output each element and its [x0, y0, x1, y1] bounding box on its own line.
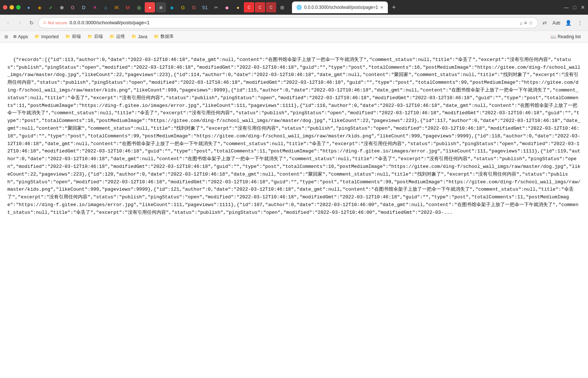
db-folder-icon: 📁	[154, 34, 159, 39]
ext-icon-16[interactable]: G	[189, 2, 199, 12]
ext-icon-23[interactable]: C	[266, 2, 276, 12]
bookmarks-java[interactable]: 📁 Java	[129, 33, 150, 40]
ext-icon-4[interactable]: ⊕	[57, 2, 67, 12]
warning-icon: ⚠	[43, 20, 47, 25]
navbar: ‹ › ↻ ⚠ Not secure 0.0.0.0:3000/schoolwa…	[0, 15, 588, 31]
nav-right-controls: ⇄ Aæ 👤 ⋮	[540, 18, 585, 28]
url-actions: ⌕ ≡ ☆	[520, 20, 533, 26]
ext-icon-9[interactable]: IK	[112, 2, 122, 12]
forward-button[interactable]: ›	[15, 18, 25, 28]
java-label: Java	[138, 34, 147, 39]
reading-list-label: Reading list	[558, 34, 581, 39]
ext-icon-14[interactable]: ◈	[167, 2, 177, 12]
ext-icon-3[interactable]: ✓	[46, 2, 56, 12]
ext-icon-13[interactable]: ⊞	[156, 2, 166, 12]
restore-button[interactable]: □	[573, 4, 576, 10]
close-button[interactable]: ✕	[581, 4, 585, 10]
backend-folder-icon: 📁	[87, 34, 93, 39]
bookmarks-db[interactable]: 📁 数据库	[151, 33, 177, 40]
maximize-dot[interactable]	[16, 5, 21, 10]
reader-view-icon[interactable]: ≡	[524, 20, 527, 26]
new-tab-button[interactable]: +	[389, 2, 399, 12]
ext-icon-20[interactable]: ●	[233, 2, 243, 12]
tab-favicon: 🌐	[296, 5, 302, 10]
toolbar-icons: ● ◈ ✓ ⊕ G D ✕ ⌂ IK M ◎ ● ⊞ ◈ G G 51 ✂ ◆ …	[24, 2, 291, 12]
reload-button[interactable]: ↻	[26, 18, 37, 28]
ops-folder-icon: 📁	[109, 34, 115, 39]
tab-title: 0.0.0.0:3000/schoolwall/posts/page=1	[304, 5, 378, 10]
bookmarks-backend[interactable]: 📁 后端	[84, 33, 106, 40]
imported-folder-icon: 📁	[35, 34, 40, 39]
java-folder-icon: 📁	[131, 34, 137, 39]
ext-icon-18[interactable]: ✂	[211, 2, 221, 12]
reading-list-button[interactable]: 📖 Reading list	[548, 33, 584, 40]
bookmarks-apps[interactable]: ⊞ Apps	[10, 33, 31, 40]
ext-icon-19[interactable]: ◆	[222, 2, 232, 12]
extensions-button[interactable]: Aæ	[551, 18, 562, 28]
menu-button[interactable]: ⋮	[575, 18, 585, 28]
translate-button[interactable]: ⇄	[540, 18, 550, 28]
apps-label: Apps	[18, 34, 28, 39]
ext-icon-11[interactable]: ◎	[134, 2, 144, 12]
ext-icon-1[interactable]: ●	[24, 2, 34, 12]
json-content: {"records":[{"id":113,"author":0,"date":…	[7, 57, 580, 215]
minimize-dot[interactable]	[10, 5, 14, 10]
url-bar[interactable]: ⚠ Not secure 0.0.0.0:3000/schoolwall/pos…	[38, 17, 538, 28]
backend-label: 后端	[94, 33, 103, 40]
url-text: 0.0.0.0:3000/schoolwall/posts/page=1	[69, 20, 517, 25]
window-dots	[3, 5, 21, 10]
content-area[interactable]: {"records":[{"id":113,"author":0,"date":…	[0, 43, 588, 378]
ext-icon-24[interactable]: ⊞	[277, 2, 287, 12]
ops-label: 运维	[116, 33, 125, 40]
ext-icon-17[interactable]: 51	[200, 2, 210, 12]
ext-icon-2[interactable]: ◈	[35, 2, 45, 12]
db-label: 数据库	[160, 33, 174, 40]
ext-icon-25[interactable]: ◉	[288, 2, 291, 12]
ext-icon-22[interactable]: C	[255, 2, 265, 12]
window-controls: — □ ✕	[564, 4, 585, 10]
back-button[interactable]: ‹	[3, 18, 13, 28]
ext-icon-12[interactable]: ●	[145, 2, 155, 12]
bookmarks-imported[interactable]: 📁 Imported	[32, 33, 61, 40]
security-indicator: ⚠ Not secure	[43, 20, 67, 25]
ext-icon-8[interactable]: ⌂	[101, 2, 111, 12]
imported-label: Imported	[41, 34, 58, 39]
ext-icon-21[interactable]: C	[244, 2, 254, 12]
bookmark-icon[interactable]: ☆	[529, 20, 533, 26]
bookmarks-bar: ⊞ ⊞ Apps 📁 Imported 📁 前端 📁 后端 📁 运维 📁 Jav…	[0, 31, 588, 43]
not-secure-label: Not secure	[48, 21, 67, 25]
apps-icon: ⊞	[13, 34, 17, 39]
bookmarks-ops[interactable]: 📁 运维	[107, 33, 128, 40]
bookmarks-frontend[interactable]: 📁 前端	[62, 33, 84, 40]
search-icon[interactable]: ⌕	[520, 20, 523, 26]
active-tab[interactable]: 🌐 0.0.0.0:3000/schoolwall/posts/page=1 ✕	[292, 1, 388, 13]
ext-icon-5[interactable]: G	[68, 2, 78, 12]
profile-button[interactable]: 👤	[563, 18, 573, 28]
tab-bar: 🌐 0.0.0.0:3000/schoolwall/posts/page=1 ✕…	[292, 1, 559, 13]
close-dot[interactable]	[3, 5, 7, 10]
frontend-label: 前端	[72, 33, 81, 40]
frontend-folder-icon: 📁	[65, 34, 71, 39]
ext-icon-7[interactable]: ✕	[90, 2, 100, 12]
ext-icon-15[interactable]: G	[178, 2, 188, 12]
tab-close-button[interactable]: ✕	[380, 5, 383, 10]
titlebar: ● ◈ ✓ ⊕ G D ✕ ⌂ IK M ◎ ● ⊞ ◈ G G 51 ✂ ◆ …	[0, 0, 588, 15]
reading-list-icon: 📖	[551, 34, 556, 39]
minimize-button[interactable]: —	[564, 4, 569, 10]
ext-icon-6[interactable]: D	[79, 2, 89, 12]
ext-icon-10[interactable]: M	[123, 2, 133, 12]
apps-grid-icon[interactable]: ⊞	[4, 34, 8, 39]
